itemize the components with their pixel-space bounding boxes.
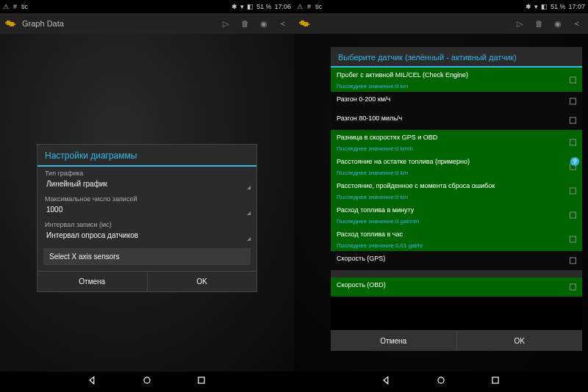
warn-icon: ⚠	[297, 3, 303, 10]
sensor-last-value: Последнее значение:0,01 gal/hr	[337, 242, 576, 249]
sensor-checkbox[interactable]	[570, 211, 576, 218]
warn-icon: ⚠	[3, 3, 9, 10]
sensor-item[interactable]: Расход топлива в минутуПоследнее значени…	[331, 203, 582, 227]
field-interval[interactable]: Интервал записи (мс) Интервал опроса дат…	[37, 218, 257, 244]
navbar	[294, 371, 588, 392]
clock: 17:07	[568, 3, 585, 10]
play-icon[interactable]: ▷	[513, 19, 526, 29]
sensor-last-value: Последнее значение:0 gal/min	[337, 218, 576, 225]
sensor-last-value: Последнее значение:0 km	[337, 194, 576, 200]
cancel-button[interactable]: Отмена	[331, 331, 457, 351]
chart-settings-dialog: Настройки диаграммы Тип графика Линейный…	[37, 144, 257, 292]
engine-icon	[4, 19, 16, 28]
statusbar: ⚠ # tic ✱ ▾ ◧ 51 % 17:06	[0, 0, 294, 13]
navbar	[0, 371, 294, 392]
sensor-checkbox[interactable]	[570, 258, 576, 264]
svg-rect-1	[198, 377, 204, 383]
svg-point-0	[144, 377, 150, 383]
sensor-item[interactable]: Разгон 0-200 км/ч	[331, 92, 582, 111]
clock: 17:06	[274, 3, 291, 10]
svg-point-2	[438, 377, 444, 383]
target-icon[interactable]: ◉	[257, 19, 270, 29]
hash-icon: #	[307, 3, 311, 10]
bluetooth-icon: ✱	[526, 3, 531, 10]
battery-icon: ◧	[247, 3, 254, 10]
share-icon[interactable]: <	[570, 19, 584, 28]
ok-button[interactable]: OK	[457, 331, 583, 351]
trash-icon[interactable]: 🗑	[238, 19, 251, 28]
sensor-title: Расстояние на остатке топлива (примерно)	[337, 158, 576, 165]
sensor-item[interactable]: Разгон 80-100 миль/ч	[331, 111, 582, 130]
appbar: Graph Data ▷ 🗑 ◉ <	[294, 13, 588, 34]
field-chart-type[interactable]: Тип графика Линейный график	[37, 167, 257, 192]
trash-icon[interactable]: 🗑	[532, 19, 545, 28]
sensor-title: Разница в скоростях GPS и OBD	[337, 134, 576, 141]
back-button[interactable]	[381, 375, 392, 388]
hash-icon: #	[13, 3, 17, 10]
sensor-item[interactable]: Расход топлива в часПоследнее значение:0…	[331, 227, 582, 251]
signal-icon: ▾	[534, 3, 538, 10]
bluetooth-icon: ✱	[232, 3, 237, 10]
tic-label: tic	[315, 3, 322, 10]
recents-button[interactable]	[490, 375, 501, 388]
play-icon[interactable]: ▷	[219, 19, 232, 29]
sensor-last-value: Последнее значение:0 km	[337, 83, 576, 90]
dialog-title: Настройки диаграммы	[37, 145, 257, 167]
dialog-title: Выберите датчик (зелённый - активный дат…	[331, 47, 582, 68]
field-max-records[interactable]: Максимальное число записей 1000	[37, 192, 257, 218]
sensor-checkbox[interactable]	[570, 139, 576, 145]
home-button[interactable]	[436, 375, 446, 388]
sensor-item[interactable]: Скорость (OBD)	[331, 277, 582, 297]
sensor-checkbox[interactable]	[570, 187, 576, 194]
sensor-last-value: Последнее значение:0 km	[337, 170, 576, 176]
select-x-axis-button[interactable]: Select X axis sensors	[43, 248, 251, 265]
sensor-title: Разгон 80-100 миль/ч	[337, 115, 576, 122]
appbar-title: Graph Data	[22, 19, 213, 28]
sensor-title: Разгон 0-200 км/ч	[337, 95, 576, 103]
svg-rect-3	[492, 377, 498, 383]
sensor-last-value: Последнее значение:0 km/h	[337, 145, 576, 152]
sensor-item[interactable]: Расстояние, пройденное с момента сброса …	[331, 178, 582, 203]
sensor-title: Расстояние, пройденное с момента сброса …	[337, 182, 576, 189]
screen-left: ⚠ # tic ✱ ▾ ◧ 51 % 17:06 Graph Data ▷ 🗑 …	[0, 0, 294, 392]
cancel-button[interactable]: Отмена	[37, 272, 148, 291]
target-icon[interactable]: ◉	[551, 19, 564, 29]
battery-pct: 51 %	[257, 3, 272, 10]
sensor-checkbox[interactable]	[570, 117, 576, 124]
sensor-title: Скорость (GPS)	[337, 255, 576, 262]
sensor-title: Пробег с активной MIL/CEL (Check Engine)	[337, 71, 576, 79]
sensor-checkbox[interactable]	[570, 76, 576, 83]
ok-button[interactable]: OK	[148, 272, 257, 291]
appbar: Graph Data ▷ 🗑 ◉ <	[0, 13, 294, 34]
engine-icon	[298, 19, 310, 28]
home-button[interactable]	[142, 375, 152, 388]
tic-label: tic	[21, 3, 28, 10]
sensor-title: Расход топлива в час	[337, 231, 576, 238]
battery-pct: 51 %	[551, 3, 566, 10]
sensor-checkbox[interactable]	[570, 284, 576, 291]
share-icon[interactable]: <	[276, 19, 290, 28]
sensor-item[interactable]: Скорость (GPS)	[331, 251, 582, 270]
statusbar: ⚠ # tic ✱ ▾ ◧ 51 % 17:07	[294, 0, 588, 13]
content-area: Выберите датчик (зелённый - активный дат…	[294, 34, 588, 371]
screen-right: ⚠ # tic ✱ ▾ ◧ 51 % 17:07 Graph Data ▷ 🗑 …	[294, 0, 588, 392]
sensor-item[interactable]: Расстояние на остатке топлива (примерно)…	[331, 154, 582, 178]
battery-icon: ◧	[541, 3, 548, 10]
sensor-title: Расход топлива в минуту	[337, 206, 576, 214]
signal-icon: ▾	[240, 3, 244, 10]
content-area: Настройки диаграммы Тип графика Линейный…	[0, 34, 294, 371]
recents-button[interactable]	[196, 375, 207, 388]
sensor-checkbox[interactable]	[570, 236, 576, 242]
sensor-item[interactable]: Разница в скоростях GPS и OBDПоследнее з…	[331, 130, 582, 154]
sensor-checkbox[interactable]	[570, 98, 576, 105]
sensor-item[interactable]: Пробег с активной MIL/CEL (Check Engine)…	[331, 68, 582, 92]
help-icon[interactable]: ?	[570, 157, 579, 166]
sensor-title: Скорость (OBD)	[337, 281, 576, 288]
sensor-list[interactable]: Пробег с активной MIL/CEL (Check Engine)…	[331, 68, 582, 330]
back-button[interactable]	[87, 375, 98, 388]
sensor-select-dialog: Выберите датчик (зелённый - активный дат…	[331, 47, 582, 351]
